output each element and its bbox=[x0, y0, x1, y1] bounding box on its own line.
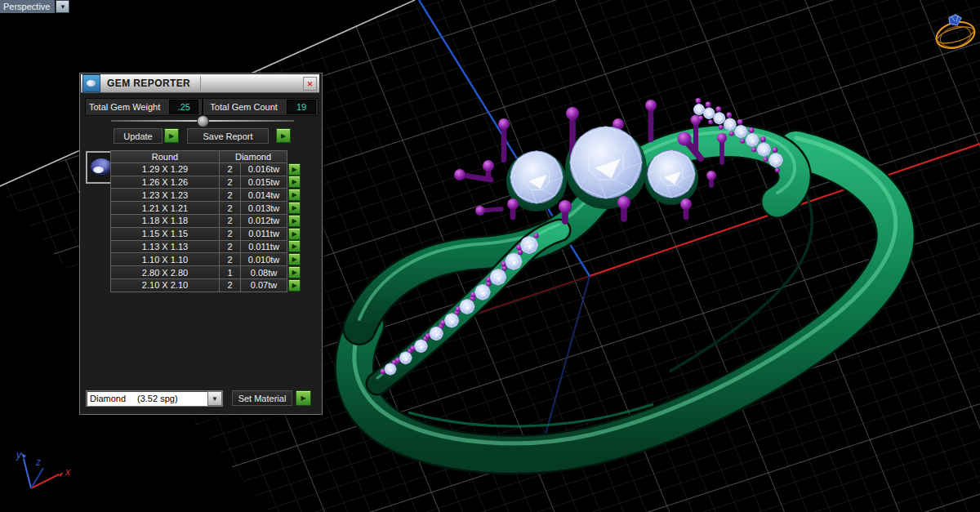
row-arrow-button[interactable]: ▶ bbox=[288, 228, 301, 240]
row-arrow-button[interactable]: ▶ bbox=[288, 253, 301, 265]
gem-row-action: ▶ bbox=[287, 201, 301, 215]
gem-weight-cell: 0.011tw bbox=[240, 227, 287, 241]
prong bbox=[751, 147, 756, 152]
gem-weight-cell: 0.015tw bbox=[240, 176, 287, 189]
total-count-value: 19 bbox=[287, 100, 316, 114]
gem-row-action: ▶ bbox=[287, 240, 301, 254]
gem-size-cell: 1.21 X 1.21 bbox=[110, 201, 220, 215]
gem-count-cell: 2 bbox=[219, 252, 241, 266]
row-arrow-button[interactable]: ▶ bbox=[288, 215, 301, 227]
gizmo-x-label: x bbox=[65, 466, 71, 478]
row-arrow-button[interactable]: ▶ bbox=[288, 202, 301, 214]
gem-weight-cell: 0.012tw bbox=[240, 214, 287, 228]
gem-row-action: ▶ bbox=[287, 252, 301, 266]
gem-count-cell: 2 bbox=[219, 240, 241, 254]
gem-count-cell: 2 bbox=[219, 188, 241, 202]
gem-size-cell: 2.10 X 2.10 bbox=[110, 278, 220, 292]
gem-size-cell: 1.10 X 1.10 bbox=[110, 252, 220, 266]
gem-weight-cell: 0.08tw bbox=[240, 265, 287, 279]
update-arrow-button[interactable]: ▶ bbox=[164, 128, 179, 143]
gem bbox=[570, 127, 642, 198]
viewport-title-menu[interactable]: Perspective bbox=[0, 0, 55, 13]
gem bbox=[385, 363, 396, 375]
gem-row-action: ▶ bbox=[287, 163, 301, 176]
prong bbox=[763, 157, 768, 162]
gem bbox=[399, 352, 412, 364]
column-header-round: Round bbox=[110, 150, 220, 163]
gem-weight-cell: 0.014tw bbox=[240, 188, 287, 202]
set-material-arrow-button[interactable]: ▶ bbox=[296, 390, 311, 406]
set-material-button[interactable]: Set Material bbox=[232, 390, 292, 406]
gem-size-cell: 1.23 X 1.23 bbox=[110, 188, 220, 202]
gem-count-cell: 2 bbox=[219, 227, 241, 241]
gem-size-cell: 1.26 X 1.26 bbox=[110, 176, 220, 189]
row-arrow-button[interactable]: ▶ bbox=[288, 189, 301, 201]
gem-reporter-icon bbox=[82, 74, 100, 92]
prong bbox=[726, 112, 732, 118]
totals-bar: Total Gem Weight .25 Total Gem Count 19 bbox=[85, 98, 318, 116]
gem bbox=[475, 284, 491, 300]
gem-weight-cell: 0.016tw bbox=[240, 163, 287, 176]
material-name: Diamond bbox=[90, 394, 126, 403]
gem-weight-cell: 0.010tw bbox=[240, 252, 287, 266]
gem bbox=[506, 253, 522, 269]
gem-size-cell: 1.15 X 1.15 bbox=[110, 227, 220, 241]
gem bbox=[430, 327, 443, 340]
gem-table: Round Diamond 1.29 X 1.29 2 0.016tw ▶ 1.… bbox=[111, 150, 301, 292]
close-icon[interactable]: ✕ bbox=[303, 77, 317, 91]
row-arrow-button[interactable]: ▶ bbox=[288, 266, 301, 278]
update-button[interactable]: Update bbox=[114, 128, 163, 144]
row-arrow-button[interactable]: ▶ bbox=[288, 240, 301, 252]
total-weight-label: Total Gem Weight bbox=[86, 102, 160, 112]
save-report-arrow-button[interactable]: ▶ bbox=[276, 128, 291, 143]
gem bbox=[521, 237, 538, 254]
gizmo-z-label: z bbox=[35, 456, 41, 468]
total-weight-value: .25 bbox=[169, 100, 198, 114]
viewport-dropdown-icon[interactable]: ▼ bbox=[56, 0, 69, 13]
row-arrow-button[interactable]: ▶ bbox=[288, 176, 301, 188]
prong bbox=[737, 119, 743, 125]
material-dropdown[interactable]: Diamond (3.52 spg) ▼ bbox=[86, 390, 223, 407]
gem-weight-cell: 0.07tw bbox=[240, 278, 287, 292]
round-gem-icon bbox=[91, 158, 112, 175]
gem-size-cell: 1.29 X 1.29 bbox=[110, 163, 220, 176]
gem bbox=[648, 150, 695, 198]
prong bbox=[775, 168, 780, 173]
gem-weight-cell: 0.011tw bbox=[240, 240, 287, 254]
row-arrow-button[interactable]: ▶ bbox=[288, 279, 301, 292]
gem bbox=[445, 314, 459, 327]
prong bbox=[719, 125, 724, 130]
gem-count-cell: 2 bbox=[219, 278, 241, 292]
gem-size-cell: 1.13 X 1.13 bbox=[110, 240, 220, 254]
gem-weight-cell: 0.013tw bbox=[240, 201, 287, 215]
gem bbox=[769, 154, 783, 167]
save-report-button[interactable]: Save Report bbox=[187, 128, 269, 144]
slider-knob[interactable] bbox=[197, 115, 209, 127]
prong bbox=[698, 116, 703, 121]
prong bbox=[729, 131, 734, 136]
gem bbox=[724, 118, 736, 131]
prong bbox=[715, 106, 721, 112]
gem-row-action: ▶ bbox=[287, 176, 301, 189]
dropdown-arrow-icon[interactable]: ▼ bbox=[207, 391, 222, 406]
gem-row-action: ▶ bbox=[287, 227, 301, 241]
rhino-viewport-window: Perspective ▼ x y z GEM REPORTER ✕ Total… bbox=[0, 0, 980, 512]
gem-count-cell: 2 bbox=[219, 176, 241, 189]
prong bbox=[706, 102, 711, 108]
panel-title: GEM REPORTER bbox=[107, 78, 190, 89]
prong bbox=[708, 119, 713, 124]
gem-size-cell: 2.80 X 2.80 bbox=[110, 265, 220, 279]
gem bbox=[510, 151, 563, 203]
gem-size-cell: 1.18 X 1.18 bbox=[110, 214, 220, 228]
prong bbox=[518, 250, 523, 255]
gem bbox=[735, 125, 747, 137]
prong bbox=[760, 136, 766, 142]
panel-titlebar[interactable]: GEM REPORTER ✕ bbox=[81, 74, 319, 93]
gem bbox=[490, 269, 506, 285]
prong bbox=[696, 98, 702, 104]
gem-count-cell: 1 bbox=[219, 265, 241, 279]
gem-count-cell: 2 bbox=[219, 163, 241, 176]
gem-row-action: ▶ bbox=[287, 214, 301, 228]
row-arrow-button[interactable]: ▶ bbox=[288, 163, 301, 176]
prong bbox=[749, 127, 755, 133]
